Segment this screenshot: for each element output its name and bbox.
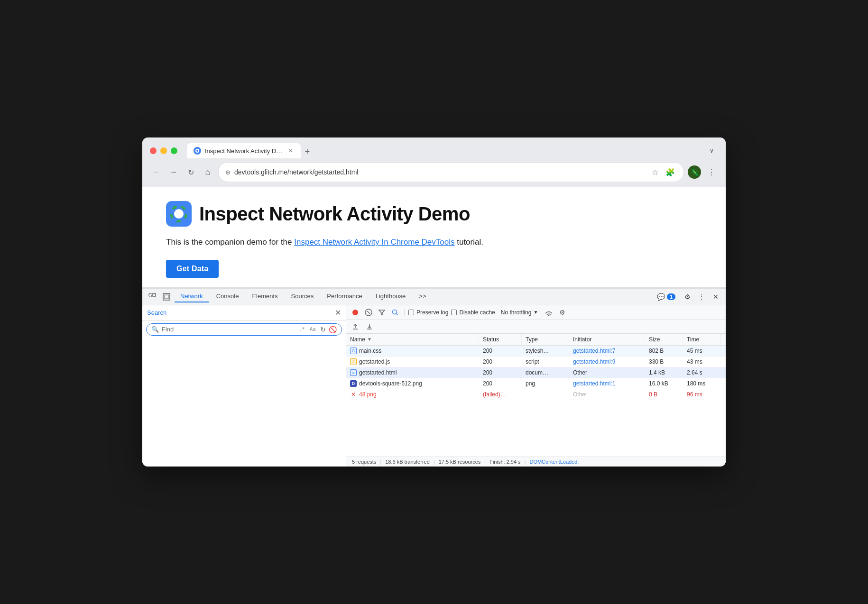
preserve-log-checkbox[interactable]: Preserve log xyxy=(408,309,448,316)
devtools-more-button[interactable]: ⋮ xyxy=(695,291,708,303)
disable-cache-checkbox[interactable]: Disable cache xyxy=(451,309,495,316)
search-refresh-button[interactable]: ↻ xyxy=(320,326,326,333)
devtools-content: Search ✕ 🔍 .* Aa ↻ 🚫 xyxy=(142,305,726,467)
tab-sources[interactable]: Sources xyxy=(286,291,320,302)
back-button[interactable]: ← xyxy=(150,165,163,179)
col-initiator[interactable]: Initiator xyxy=(569,334,645,345)
extensions-button[interactable]: 🧩 xyxy=(664,165,677,179)
download-button[interactable] xyxy=(364,321,375,332)
cell-size: 16.0 kB xyxy=(645,378,683,389)
cell-initiator[interactable]: getstarted.html:7 xyxy=(569,346,645,356)
tab-close-button[interactable]: ✕ xyxy=(286,147,294,155)
throttle-select[interactable]: No throttling ▼ xyxy=(498,308,541,317)
network-settings-button[interactable]: ⚙ xyxy=(557,307,567,318)
search-network-button[interactable] xyxy=(390,307,400,318)
get-data-button[interactable]: Get Data xyxy=(166,260,219,278)
svg-rect-7 xyxy=(165,295,168,299)
table-row[interactable]: ≡ getstarted.html 200 docum… Other 1.4 k… xyxy=(346,367,726,378)
dom-loaded-label: DOMContentLoaded: xyxy=(529,459,579,465)
error-icon: ✕ xyxy=(350,391,357,398)
chrome-menu-button[interactable]: ⋮ xyxy=(705,165,718,179)
col-size[interactable]: Size xyxy=(645,334,683,345)
search-input[interactable] xyxy=(162,326,295,333)
cell-size: 802 B xyxy=(645,346,683,356)
search-options: .* Aa xyxy=(297,326,318,333)
page-description: This is the companion demo for the Inspe… xyxy=(166,236,702,248)
chrome-logo xyxy=(166,201,192,227)
devtools-inspect-icon[interactable] xyxy=(160,291,173,303)
filter-button[interactable] xyxy=(377,307,387,318)
col-name[interactable]: Name ▼ xyxy=(346,334,479,345)
table-row[interactable]: C main.css 200 stylesh… getstarted.html:… xyxy=(346,346,726,357)
active-tab[interactable]: Inspect Network Activity Dem ✕ xyxy=(187,143,301,158)
page-title-row: Inspect Network Activity Demo xyxy=(166,201,702,227)
browser-content: Inspect Network Activity Demo This is th… xyxy=(142,187,726,467)
svg-line-10 xyxy=(367,311,370,314)
search-close-button[interactable]: ✕ xyxy=(335,308,341,317)
regex-option[interactable]: .* xyxy=(297,326,306,333)
cell-type: stylesh… xyxy=(522,346,569,356)
tab-elements[interactable]: Elements xyxy=(246,291,283,302)
tab-more[interactable]: >> xyxy=(413,291,432,302)
cell-initiator[interactable]: getstarted.html:1 xyxy=(569,378,645,389)
close-traffic-light[interactable] xyxy=(150,147,157,154)
tab-lighthouse[interactable]: Lighthouse xyxy=(370,291,412,302)
online-status-button[interactable] xyxy=(544,307,554,318)
col-type[interactable]: Type xyxy=(522,334,569,345)
cell-size: 0 B xyxy=(645,389,683,400)
html-icon: ≡ xyxy=(350,369,357,376)
address-security-icon: ⊕ xyxy=(225,169,231,176)
clear-button[interactable] xyxy=(363,307,374,318)
cell-size: 1.4 kB xyxy=(645,367,683,378)
svg-point-14 xyxy=(548,315,550,316)
address-bar-row: ← → ↻ ⌂ ⊕ devtools.glitch.me/network/get… xyxy=(142,158,726,187)
devtools-panel: Network Console Elements Sources Perform… xyxy=(142,288,726,467)
cell-status: 200 xyxy=(479,346,522,356)
address-bar[interactable]: ⊕ devtools.glitch.me/network/getstarted.… xyxy=(218,162,684,182)
maximize-traffic-light[interactable] xyxy=(171,147,177,154)
tab-favicon xyxy=(194,147,201,155)
cell-initiator[interactable]: getstarted.html:9 xyxy=(569,357,645,367)
table-row[interactable]: ✕ 48.png (failed)… Other 0 B 96 ms xyxy=(346,389,726,400)
network-panel: Preserve log Disable cache No throttling… xyxy=(346,305,726,467)
svg-point-8 xyxy=(352,310,358,315)
cell-name: J getstarted.js xyxy=(346,357,479,367)
table-row[interactable]: J getstarted.js 200 script getstarted.ht… xyxy=(346,357,726,367)
forward-button[interactable]: → xyxy=(167,165,180,179)
refresh-button[interactable]: ↻ xyxy=(184,165,197,179)
console-badge-area: 💬 1 xyxy=(657,293,675,301)
devtools-select-icon[interactable] xyxy=(146,291,158,303)
minimize-traffic-light[interactable] xyxy=(160,147,167,154)
tab-overflow-button[interactable]: ∨ xyxy=(705,144,718,157)
cell-initiator: Other xyxy=(569,367,645,378)
toolbar-divider xyxy=(404,309,405,316)
table-row[interactable]: D devtools-square-512.png 200 png getsta… xyxy=(346,378,726,389)
tab-network[interactable]: Network xyxy=(175,291,209,302)
cell-status: 200 xyxy=(479,378,522,389)
tab-performance[interactable]: Performance xyxy=(321,291,368,302)
bookmark-button[interactable]: ☆ xyxy=(648,165,662,179)
devtools-settings-button[interactable]: ⚙ xyxy=(681,291,693,303)
profile-avatar[interactable]: 🦎 xyxy=(688,165,701,179)
sort-arrow: ▼ xyxy=(367,337,372,342)
search-cancel-button[interactable]: 🚫 xyxy=(329,326,337,333)
new-tab-button[interactable]: + xyxy=(301,145,314,158)
cell-size: 330 B xyxy=(645,357,683,367)
case-sensitive-option[interactable]: Aa xyxy=(308,326,317,333)
cell-status: 200 xyxy=(479,367,522,378)
cell-name: C main.css xyxy=(346,346,479,356)
tutorial-link[interactable]: Inspect Network Activity In Chrome DevTo… xyxy=(294,238,454,247)
css-icon: C xyxy=(350,348,357,354)
cell-status: (failed)… xyxy=(479,389,522,400)
col-status[interactable]: Status xyxy=(479,334,522,345)
upload-button[interactable] xyxy=(350,321,360,332)
record-stop-button[interactable] xyxy=(350,307,360,318)
svg-marker-11 xyxy=(379,310,385,315)
home-button[interactable]: ⌂ xyxy=(201,165,214,179)
devtools-close-button[interactable]: ✕ xyxy=(710,291,722,303)
cell-type: script xyxy=(522,357,569,367)
col-time[interactable]: Time xyxy=(683,334,721,345)
title-bar: Inspect Network Activity Dem ✕ + ∨ xyxy=(142,137,726,158)
svg-rect-5 xyxy=(153,293,156,296)
tab-console[interactable]: Console xyxy=(211,291,245,302)
